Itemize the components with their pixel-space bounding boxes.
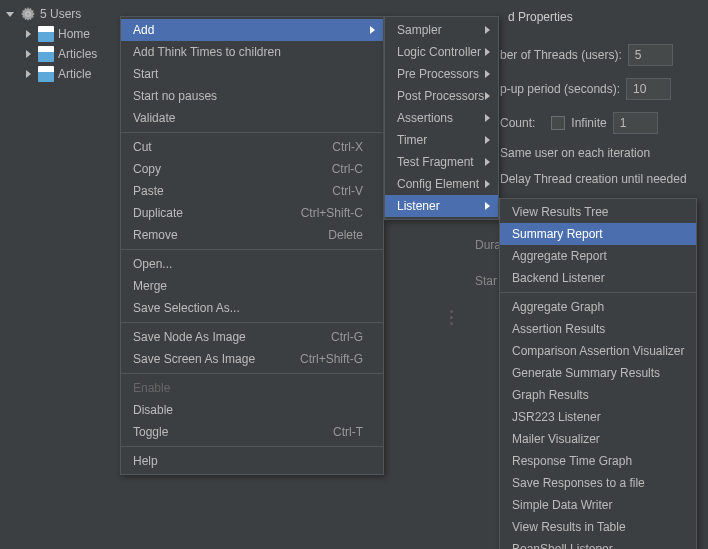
splitter-handle[interactable] xyxy=(450,310,453,325)
menu-item-comparison-assertion[interactable]: Comparison Assertion Visualizer xyxy=(500,340,696,362)
menu-item-aggregate-report[interactable]: Aggregate Report xyxy=(500,245,696,267)
menu-item-merge[interactable]: Merge xyxy=(121,275,383,297)
expand-arrow-icon[interactable] xyxy=(26,30,31,38)
tree-node-child[interactable]: Home xyxy=(0,24,120,44)
loop-count-label: Count: xyxy=(500,116,535,130)
submenu-arrow-icon xyxy=(485,48,490,56)
tree-label: 5 Users xyxy=(40,7,81,21)
menu-item-sampler[interactable]: Sampler xyxy=(385,19,498,41)
menu-item-view-results-table[interactable]: View Results in Table xyxy=(500,516,696,538)
menu-item-help[interactable]: Help xyxy=(121,450,383,472)
submenu-arrow-icon xyxy=(485,92,490,100)
menu-item-save-selection[interactable]: Save Selection As... xyxy=(121,297,383,319)
loop-count-input[interactable] xyxy=(613,112,658,134)
menu-separator xyxy=(121,446,383,447)
menu-item-start-no-pauses[interactable]: Start no pauses xyxy=(121,85,383,107)
threads-input[interactable] xyxy=(628,44,673,66)
menu-separator xyxy=(121,132,383,133)
rampup-label: p-up period (seconds): xyxy=(500,82,620,96)
submenu-arrow-icon xyxy=(370,26,375,34)
rampup-input[interactable] xyxy=(626,78,671,100)
menu-item-remove[interactable]: RemoveDelete xyxy=(121,224,383,246)
delay-thread-label: Delay Thread creation until needed xyxy=(500,172,687,186)
menu-item-beanshell-listener[interactable]: BeanShell Listener xyxy=(500,538,696,549)
context-menu: Add Add Think Times to children Start St… xyxy=(120,16,384,475)
menu-item-mailer-visualizer[interactable]: Mailer Visualizer xyxy=(500,428,696,450)
submenu-arrow-icon xyxy=(485,180,490,188)
menu-item-assertion-results[interactable]: Assertion Results xyxy=(500,318,696,340)
sampler-icon xyxy=(38,46,54,62)
gear-icon xyxy=(20,6,36,22)
submenu-arrow-icon xyxy=(485,70,490,78)
same-user-label: Same user on each iteration xyxy=(500,146,650,160)
tree-node-root[interactable]: 5 Users xyxy=(0,4,120,24)
duration-label-fragment: Dura xyxy=(475,238,501,252)
menu-separator xyxy=(500,292,696,293)
menu-item-jsr223-listener[interactable]: JSR223 Listener xyxy=(500,406,696,428)
tree-label: Article xyxy=(58,67,91,81)
menu-item-backend-listener[interactable]: Backend Listener xyxy=(500,267,696,289)
menu-item-logic-controller[interactable]: Logic Controller xyxy=(385,41,498,63)
infinite-checkbox[interactable] xyxy=(551,116,565,130)
menu-item-simple-data-writer[interactable]: Simple Data Writer xyxy=(500,494,696,516)
menu-item-aggregate-graph[interactable]: Aggregate Graph xyxy=(500,296,696,318)
menu-item-assertions[interactable]: Assertions xyxy=(385,107,498,129)
menu-item-enable: Enable xyxy=(121,377,383,399)
menu-item-cut[interactable]: CutCtrl-X xyxy=(121,136,383,158)
menu-item-summary-report[interactable]: Summary Report xyxy=(500,223,696,245)
submenu-add: Sampler Logic Controller Pre Processors … xyxy=(384,16,499,220)
menu-item-duplicate[interactable]: DuplicateCtrl+Shift-C xyxy=(121,202,383,224)
test-plan-tree: 5 Users Home Articles Article xyxy=(0,0,120,549)
tree-node-child[interactable]: Articles xyxy=(0,44,120,64)
menu-separator xyxy=(121,373,383,374)
menu-item-generate-summary[interactable]: Generate Summary Results xyxy=(500,362,696,384)
threads-label: ber of Threads (users): xyxy=(500,48,622,62)
expand-arrow-icon[interactable] xyxy=(26,50,31,58)
menu-item-disable[interactable]: Disable xyxy=(121,399,383,421)
menu-item-save-responses[interactable]: Save Responses to a file xyxy=(500,472,696,494)
menu-item-open[interactable]: Open... xyxy=(121,253,383,275)
menu-item-save-node-image[interactable]: Save Node As ImageCtrl-G xyxy=(121,326,383,348)
submenu-arrow-icon xyxy=(485,26,490,34)
submenu-arrow-icon xyxy=(485,202,490,210)
menu-item-save-screen-image[interactable]: Save Screen As ImageCtrl+Shift-G xyxy=(121,348,383,370)
menu-item-graph-results[interactable]: Graph Results xyxy=(500,384,696,406)
tree-label: Articles xyxy=(58,47,97,61)
menu-item-config-element[interactable]: Config Element xyxy=(385,173,498,195)
menu-item-toggle[interactable]: ToggleCtrl-T xyxy=(121,421,383,443)
submenu-arrow-icon xyxy=(485,136,490,144)
menu-item-listener[interactable]: Listener xyxy=(385,195,498,217)
menu-item-timer[interactable]: Timer xyxy=(385,129,498,151)
menu-separator xyxy=(121,249,383,250)
tree-label: Home xyxy=(58,27,90,41)
sampler-icon xyxy=(38,26,54,42)
menu-item-view-results-tree[interactable]: View Results Tree xyxy=(500,201,696,223)
menu-item-response-time-graph[interactable]: Response Time Graph xyxy=(500,450,696,472)
submenu-arrow-icon xyxy=(485,158,490,166)
submenu-arrow-icon xyxy=(485,114,490,122)
menu-separator xyxy=(121,322,383,323)
tree-node-child[interactable]: Article xyxy=(0,64,120,84)
expand-arrow-icon[interactable] xyxy=(26,70,31,78)
menu-item-add-think-times[interactable]: Add Think Times to children xyxy=(121,41,383,63)
menu-item-start[interactable]: Start xyxy=(121,63,383,85)
menu-item-paste[interactable]: PasteCtrl-V xyxy=(121,180,383,202)
submenu-listener: View Results Tree Summary Report Aggrega… xyxy=(499,198,697,549)
menu-item-test-fragment[interactable]: Test Fragment xyxy=(385,151,498,173)
menu-item-post-processors[interactable]: Post Processors xyxy=(385,85,498,107)
menu-item-copy[interactable]: CopyCtrl-C xyxy=(121,158,383,180)
infinite-label: Infinite xyxy=(571,116,606,130)
sampler-icon xyxy=(38,66,54,82)
startup-label-fragment: Star xyxy=(475,274,497,288)
menu-item-validate[interactable]: Validate xyxy=(121,107,383,129)
menu-item-add[interactable]: Add xyxy=(121,19,383,41)
menu-item-pre-processors[interactable]: Pre Processors xyxy=(385,63,498,85)
expand-arrow-icon[interactable] xyxy=(6,12,14,17)
